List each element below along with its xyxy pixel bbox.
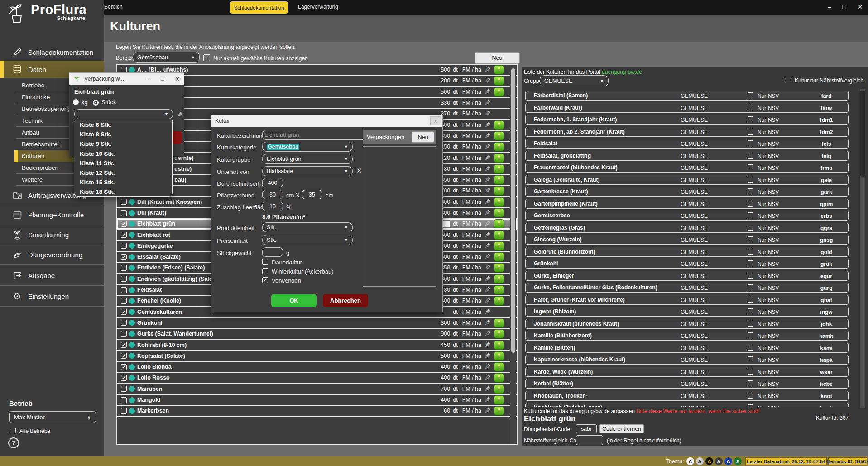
maximize-icon[interactable]: □: [161, 76, 164, 82]
edit-pencil-icon[interactable]: ✎: [484, 121, 491, 129]
verpackung-select[interactable]: ▼: [74, 109, 173, 119]
nur-nsv-checkbox[interactable]: [748, 308, 753, 314]
nur-nsv-checkbox[interactable]: [748, 236, 753, 242]
fertilizer-plant-button[interactable]: [494, 154, 504, 163]
portal-row[interactable]: Goldrute (Blühhorizont)GEMUESENur NSVgol…: [525, 247, 849, 257]
bereich-select[interactable]: Gemüsebau ▼: [133, 52, 200, 63]
sidebar-item-planung-kontrolle[interactable]: Planung+Kontrolle: [0, 205, 104, 225]
nur-nsv-checkbox[interactable]: [748, 140, 753, 146]
edit-pencil-icon[interactable]: ✎: [484, 198, 491, 206]
kulturkategorie-select[interactable]: Gemüsebau ▼: [262, 142, 353, 152]
kulturen-list-scrollbar[interactable]: [510, 66, 516, 444]
dropdown-option[interactable]: Kiste 10 Stk.: [74, 149, 172, 159]
portal-row[interactable]: Färberdistel (Samen)GEMUESENur NSVfärd: [525, 91, 849, 101]
kultur-row[interactable]: Markerbsen60dtFM / ha✎: [117, 406, 517, 417]
nur-nsv-checkbox[interactable]: [748, 105, 753, 110]
kultur-row-checkbox[interactable]: [121, 364, 127, 370]
tab-bereich[interactable]: Bereich: [104, 4, 123, 10]
kultur-row-checkbox[interactable]: [121, 309, 127, 315]
portal-row[interactable]: Kerbel (Blätter)GEMUESENur NSVkebe: [525, 379, 849, 389]
portal-row[interactable]: Kamille (Blühhorizont)GEMUESENur NSVkamh: [525, 331, 849, 341]
nur-nsv-checkbox[interactable]: [748, 129, 753, 135]
produkteinheit-select[interactable]: Stk. ▼: [262, 222, 353, 232]
kultur-row-checkbox[interactable]: [121, 276, 127, 282]
portal-link[interactable]: duengung-bw.de: [602, 69, 642, 75]
nur-nsv-checkbox[interactable]: [748, 177, 753, 183]
kultur-row-checkbox[interactable]: [121, 397, 127, 403]
kultur-row-checkbox[interactable]: [121, 210, 127, 216]
edit-pencil-icon[interactable]: ✎: [484, 132, 491, 140]
ok-button[interactable]: OK: [271, 294, 317, 307]
nur-nsv-checkbox[interactable]: [748, 284, 753, 290]
edit-pencil-icon[interactable]: ✎: [484, 220, 491, 228]
kulturgruppe-select[interactable]: Eichblatt grün ▼: [262, 154, 353, 164]
fertilizer-plant-button[interactable]: [494, 384, 504, 394]
kultur-row-checkbox[interactable]: [121, 254, 127, 260]
kultur-row-checkbox[interactable]: [121, 331, 127, 337]
edit-pencil-icon[interactable]: ✎: [484, 341, 491, 349]
fertilizer-plant-button[interactable]: [494, 208, 504, 217]
edit-pencil-icon[interactable]: ✎: [484, 176, 491, 184]
edit-pencil-icon[interactable]: ✎: [484, 231, 491, 239]
nur-nsv-checkbox[interactable]: [748, 212, 753, 218]
kultur-row-checkbox[interactable]: [121, 342, 127, 348]
verwenden-checkbox[interactable]: [262, 277, 268, 283]
duengebedarf-code-field[interactable]: sabr: [576, 424, 597, 433]
pflanzverbund-y-input[interactable]: 35: [302, 190, 322, 199]
kultur-row[interactable]: Mairüben700dtFM / ha✎: [117, 384, 517, 395]
nur-nsv-checkbox[interactable]: [748, 92, 753, 98]
fertilizer-plant-button[interactable]: [494, 274, 504, 283]
theme-button[interactable]: A: [715, 457, 723, 465]
kultur-row-checkbox[interactable]: [121, 221, 127, 227]
minimize-icon[interactable]: –: [147, 76, 150, 82]
kg-radio[interactable]: [73, 99, 79, 105]
winterkultur-checkbox[interactable]: [262, 268, 268, 274]
edit-pencil-icon[interactable]: ✎: [484, 242, 491, 250]
fertilizer-plant-button[interactable]: [494, 285, 504, 294]
clear-unterart-icon[interactable]: ✕: [356, 167, 362, 175]
portal-row[interactable]: GemüseerbseGEMUESENur NSVerbs: [525, 211, 849, 221]
fertilizer-plant-button[interactable]: [494, 252, 504, 261]
portal-row[interactable]: Knoblauch, Trocken-GEMUESENur NSVknot: [525, 391, 849, 401]
edit-pencil-icon[interactable]: ✎: [484, 264, 491, 272]
nur-nsv-checkbox[interactable]: [748, 164, 753, 170]
scrollbar-thumb[interactable]: [860, 91, 865, 177]
sidebar-item-smartfarming[interactable]: Smartfarming: [0, 226, 104, 244]
fertilizer-plant-button[interactable]: [494, 219, 504, 228]
stueckgewicht-input[interactable]: [262, 247, 283, 257]
edit-pencil-icon[interactable]: ✎: [484, 275, 491, 283]
fertilizer-plant-button[interactable]: [494, 329, 504, 338]
nur-nsv-checkbox[interactable]: [748, 225, 753, 231]
fertilizer-plant-button[interactable]: [494, 197, 504, 207]
portal-row[interactable]: GrünkohlGEMUESENur NSVgrük: [525, 259, 849, 269]
close-icon[interactable]: ✕: [858, 3, 863, 10]
nur-nsv-checkbox[interactable]: [748, 369, 753, 375]
verpackung-dialog-titlebar[interactable]: Verpackung w... – □ ✕: [69, 73, 184, 85]
fertilizer-plant-button[interactable]: [494, 142, 504, 151]
nsv-code-input[interactable]: [576, 435, 603, 445]
edit-pencil-icon[interactable]: ✎: [484, 110, 491, 118]
edit-pencil-icon[interactable]: ✎: [484, 374, 491, 382]
sidebar-item-einstellungen[interactable]: ⚙ Einstellungen: [0, 286, 104, 306]
unterart-select[interactable]: Blattsalate ▼: [262, 166, 353, 176]
kultur-row[interactable]: Lollo Bionda400dtFM / ha✎: [117, 362, 517, 373]
stueck-radio[interactable]: [93, 100, 99, 106]
preiseinheit-select[interactable]: Stk. ▼: [262, 235, 353, 245]
edit-pencil-icon[interactable]: ✎: [484, 396, 491, 404]
nur-nsv-checkbox[interactable]: [748, 332, 753, 338]
edit-pencil-icon[interactable]: ✎: [484, 253, 491, 261]
portal-row[interactable]: Hafer, Grüner (Kraut vor Milchreife)GEMU…: [525, 295, 849, 305]
edit-pencil-icon[interactable]: ✎: [484, 363, 491, 371]
nsv-filter-checkbox[interactable]: [785, 77, 791, 83]
edit-pencil-icon[interactable]: ✎: [484, 209, 491, 217]
nur-nsv-checkbox[interactable]: [748, 356, 753, 362]
kultur-row[interactable]: Grünkohl300dtFM / ha✎: [117, 318, 517, 329]
kultur-row-checkbox[interactable]: [121, 375, 127, 381]
kultur-row[interactable]: Mangold400dtFM / ha✎: [117, 395, 517, 406]
zuschlag-input[interactable]: 10: [262, 202, 283, 211]
nur-nsv-checkbox[interactable]: [748, 249, 753, 255]
gruppe-select[interactable]: GEMUESE ▼: [540, 75, 609, 86]
portal-row[interactable]: Gurke, EinlegerGEMUESENur NSVegur: [525, 271, 849, 281]
durchschnittsertrag-input[interactable]: 400: [262, 178, 283, 187]
kultur-row-checkbox[interactable]: [121, 386, 127, 392]
